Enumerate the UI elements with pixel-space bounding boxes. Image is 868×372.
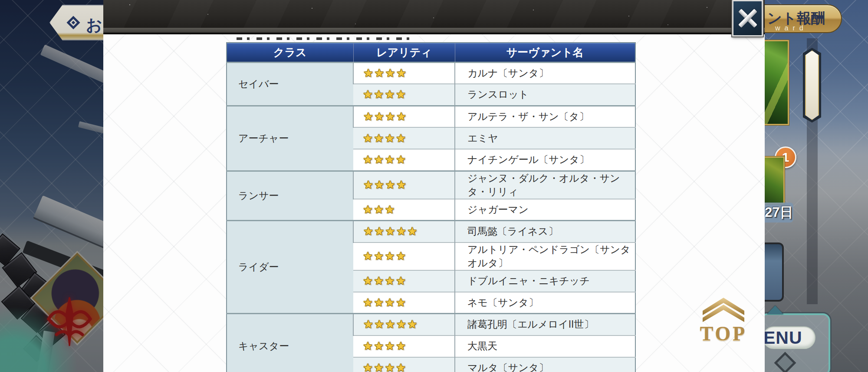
event-days-text: 27日 — [765, 203, 793, 222]
servant-row: ランサー★★★★ジャンヌ・ダルク・オルタ・サンタ・リリィ — [227, 171, 635, 199]
sparkle-dots — [129, 4, 130, 5]
star-rating: ★★★★ — [363, 88, 407, 101]
servant-table: クラス レアリティ サーヴァント名 セイバー★★★★カルナ〔サンタ〕★★★★ラン… — [226, 42, 636, 372]
menu-button[interactable]: ENU — [765, 326, 815, 349]
servant-name-cell: ドブルイニャ・ニキチッチ — [455, 270, 635, 292]
rarity-cell: ★★★★ — [353, 357, 455, 372]
servant-name-cell: エミヤ — [455, 127, 635, 149]
event-days-remaining: 27日 — [765, 203, 793, 223]
servant-name-cell: ジャンヌ・ダルク・オルタ・サンタ・リリィ — [455, 171, 635, 199]
rarity-cell: ★★★★ — [353, 171, 455, 199]
star-rating: ★★★ — [363, 203, 396, 216]
rarity-cell: ★★★★★ — [353, 221, 455, 242]
rarity-cell: ★★★★★ — [353, 314, 455, 335]
rarity-cell: ★★★★ — [353, 84, 455, 106]
notice-diamond-icon — [66, 16, 80, 29]
star-rating: ★★★★ — [363, 274, 407, 287]
servant-row: ライダー★★★★★司馬懿〔ライネス〕 — [227, 221, 635, 242]
servant-name-cell: カルナ〔サンタ〕 — [455, 62, 635, 84]
class-cell: キャスター — [227, 314, 353, 372]
back-to-top-button[interactable]: TOP — [700, 295, 747, 347]
servant-name-cell: 諸葛孔明〔エルメロイII世〕 — [455, 314, 635, 335]
notice-button-label: お知 — [86, 14, 103, 36]
rarity-cell: ★★★ — [353, 199, 455, 221]
rarity-cell: ★★★★ — [353, 62, 455, 84]
scrollbar-thumb[interactable] — [803, 48, 821, 123]
event-banner-card[interactable] — [765, 242, 784, 302]
class-cell: セイバー — [227, 62, 353, 106]
star-rating: ★★★★ — [363, 132, 407, 145]
notice-modal: クラス レアリティ サーヴァント名 セイバー★★★★カルナ〔サンタ〕★★★★ラン… — [103, 34, 765, 372]
servant-name-cell: アルトリア・ペンドラゴン〔サンタオルタ〕 — [455, 242, 635, 270]
servant-name-cell: ナイチンゲール〔サンタ〕 — [455, 149, 635, 171]
star-rating: ★★★★ — [363, 361, 407, 372]
event-banner-card[interactable] — [765, 40, 789, 125]
servant-name-cell: アルテラ・ザ・サン〔タ〕 — [455, 106, 635, 127]
rarity-cell: ★★★★ — [353, 270, 455, 292]
star-rating: ★★★★ — [363, 153, 407, 166]
rarity-cell: ★★★★ — [353, 242, 455, 270]
scrollbar-thumb-face — [805, 50, 819, 120]
servant-name-cell: ネモ〔サンタ〕 — [455, 292, 635, 314]
star-rating: ★★★★ — [363, 339, 407, 352]
menu-diamond-icon — [774, 352, 796, 372]
close-icon — [737, 8, 758, 29]
star-rating: ★★★★ — [363, 178, 407, 191]
star-rating: ★★★★ — [363, 296, 407, 309]
servant-row: セイバー★★★★カルナ〔サンタ〕 — [227, 62, 635, 84]
class-cell: アーチャー — [227, 106, 353, 171]
double-chevron-up-icon — [701, 295, 746, 322]
star-rating: ★★★★★ — [363, 318, 418, 331]
rarity-cell: ★★★★ — [353, 106, 455, 127]
game-screen: お知 ント報酬 ward 1 27日 ENU — [0, 0, 868, 372]
servant-table-body: セイバー★★★★カルナ〔サンタ〕★★★★ランスロットアーチャー★★★★アルテラ・… — [227, 62, 635, 372]
event-reward-sublabel: ward — [775, 24, 808, 32]
class-cell: ライダー — [227, 221, 353, 314]
servant-name-cell: 司馬懿〔ライネス〕 — [455, 221, 635, 242]
event-reward-banner-button[interactable]: ント報酬 ward — [765, 4, 842, 33]
header-class: クラス — [227, 43, 353, 62]
menu-button-label: ENU — [765, 328, 802, 348]
clipped-section-title — [237, 37, 415, 40]
servant-name-cell: マルタ〔サンタ〕 — [455, 357, 635, 372]
back-to-top-label: TOP — [700, 324, 747, 344]
event-banner-card[interactable] — [765, 156, 785, 204]
servant-name-cell: ジャガーマン — [455, 199, 635, 221]
rarity-cell: ★★★★ — [353, 149, 455, 171]
header-rarity: レアリティ — [353, 43, 455, 62]
rarity-cell: ★★★★ — [353, 127, 455, 149]
background-left-strip: お知 — [0, 0, 103, 372]
servant-row: アーチャー★★★★アルテラ・ザ・サン〔タ〕 — [227, 106, 635, 127]
menu-panel: ENU — [765, 312, 832, 372]
star-rating: ★★★★ — [363, 110, 407, 123]
servant-row: キャスター★★★★★諸葛孔明〔エルメロイII世〕 — [227, 314, 635, 335]
modal-top-banner — [103, 0, 765, 34]
table-header-row: クラス レアリティ サーヴァント名 — [227, 43, 635, 62]
class-cell: ランサー — [227, 171, 353, 221]
close-button[interactable] — [732, 0, 763, 37]
star-rating: ★★★★★ — [363, 225, 418, 238]
servant-name-cell: ランスロット — [455, 84, 635, 106]
servant-name-cell: 大黒天 — [455, 335, 635, 357]
dim-overlay — [0, 0, 103, 372]
star-rating: ★★★★ — [363, 66, 407, 80]
header-servant-name: サーヴァント名 — [455, 43, 635, 62]
rarity-cell: ★★★★ — [353, 292, 455, 314]
star-rating: ★★★★ — [363, 249, 407, 262]
menu-collapse-arrow-icon[interactable] — [767, 306, 783, 314]
background-right-strip: ント報酬 ward 1 27日 ENU — [765, 0, 868, 372]
rarity-cell: ★★★★ — [353, 335, 455, 357]
